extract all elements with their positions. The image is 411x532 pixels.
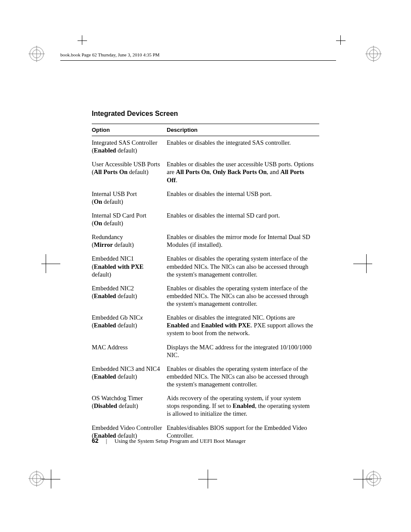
crop-mark-icon: [198, 470, 224, 495]
table-row: Integrated SAS Controller(Enabled defaul…: [92, 136, 319, 158]
section-heading: Integrated Devices Screen: [92, 110, 319, 118]
crop-mark-icon: [78, 35, 103, 61]
table-row: Embedded NIC1(Enabled with PXE default)E…: [92, 252, 319, 281]
description-cell: Enables or disables the operating system…: [167, 252, 319, 281]
description-cell: Enables or disables the internal SD card…: [167, 209, 319, 230]
description-cell: Aids recovery of the operating system, i…: [167, 392, 319, 421]
footer-section: Using the System Setup Program and UEFI …: [115, 438, 246, 444]
page-content: Integrated Devices Screen Option Descrip…: [92, 110, 319, 443]
option-cell: Embedded NIC1(Enabled with PXE default): [92, 252, 167, 281]
option-cell: Embedded NIC3 and NIC4(Enabled default): [92, 362, 167, 392]
table-row: Embedded NIC2(Enabled default)Enables or…: [92, 282, 319, 311]
option-cell: Redundancy(Mirror default): [92, 230, 167, 252]
option-cell: OS Watchdog Timer(Disabled default): [92, 392, 167, 421]
description-cell: Displays the MAC address for the integra…: [167, 341, 319, 362]
table-header-row: Option Description: [92, 124, 319, 136]
table-row: Embedded NIC3 and NIC4(Enabled default)E…: [92, 362, 319, 392]
option-cell: MAC Address: [92, 341, 167, 362]
table-row: Redundancy(Mirror default)Enables or dis…: [92, 230, 319, 252]
page-footer: 62 | Using the System Setup Program and …: [92, 437, 319, 445]
option-cell: Internal USB Port(On default): [92, 187, 167, 209]
registration-mark-icon: [28, 46, 45, 62]
option-cell: Embedded Gb NICx(Enabled default): [92, 311, 167, 340]
table-row: Internal USB Port(On default)Enables or …: [92, 187, 319, 209]
crop-mark-icon: [41, 254, 67, 280]
crop-mark-icon: [353, 254, 379, 280]
option-cell: Integrated SAS Controller(Enabled defaul…: [92, 136, 167, 158]
registration-mark-icon: [28, 470, 45, 487]
description-cell: Enables or disables the user accessible …: [167, 158, 319, 187]
table-row: Internal SD Card Port(On default)Enables…: [92, 209, 319, 230]
registration-mark-icon: [365, 46, 382, 62]
table-row: Embedded Gb NICx(Enabled default)Enables…: [92, 311, 319, 340]
description-cell: Enables or disables the integrated NIC. …: [167, 311, 319, 340]
col-description: Description: [167, 124, 319, 136]
page-number: 62: [92, 437, 99, 444]
table-row: MAC AddressDisplays the MAC address for …: [92, 341, 319, 362]
description-cell: Enables or disables the operating system…: [167, 282, 319, 311]
running-header: book.book Page 62 Thursday, June 3, 2010…: [60, 52, 159, 57]
col-option: Option: [92, 124, 167, 136]
options-table: Option Description Integrated SAS Contro…: [92, 124, 319, 443]
registration-mark-icon: [365, 470, 382, 487]
table-row: OS Watchdog Timer(Disabled default)Aids …: [92, 392, 319, 421]
crop-mark-icon: [336, 35, 362, 61]
description-cell: Enables or disables the internal USB por…: [167, 187, 319, 209]
description-cell: Enables or disables the integrated SAS c…: [167, 136, 319, 158]
option-cell: User Accessible USB Ports(All Ports On d…: [92, 158, 167, 187]
description-cell: Enables or disables the operating system…: [167, 362, 319, 392]
description-cell: Enables or disables the mirror mode for …: [167, 230, 319, 252]
option-cell: Internal SD Card Port(On default): [92, 209, 167, 230]
table-row: User Accessible USB Ports(All Ports On d…: [92, 158, 319, 187]
crop-mark-icon: [41, 470, 67, 495]
footer-separator: |: [106, 438, 107, 444]
option-cell: Embedded NIC2(Enabled default): [92, 282, 167, 311]
